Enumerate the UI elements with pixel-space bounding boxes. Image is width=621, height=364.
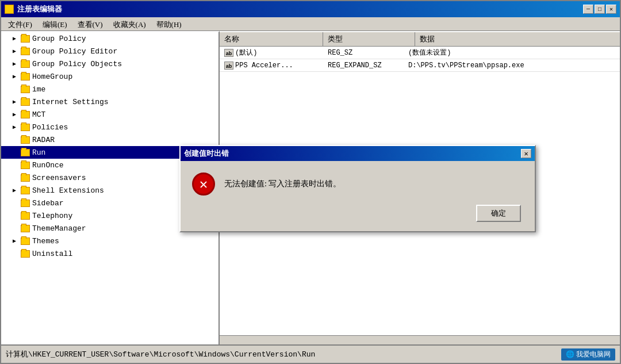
title-bar: 注册表编辑器 ─ □ ✕	[1, 1, 620, 17]
folder-icon	[21, 73, 30, 81]
tree-label: ThemeManager	[32, 224, 86, 233]
folder-icon	[21, 237, 30, 245]
tree-arrow: ▶	[13, 98, 21, 105]
folder-icon	[21, 86, 30, 93]
tree-item-themes[interactable]: ▶ Themes	[1, 235, 218, 247]
tree-label: MCT	[32, 110, 45, 119]
dialog-message: 无法创建值: 写入注册表时出错。	[224, 179, 341, 189]
main-window: 注册表编辑器 ─ □ ✕ 文件(F) 编辑(E) 查看(V) 收藏夹(A) 帮助…	[0, 0, 621, 364]
dialog-title: 创建值时出错	[184, 148, 229, 159]
folder-icon	[21, 111, 30, 118]
tree-item-policies[interactable]: ▶ Policies	[1, 121, 218, 133]
col-header-type: 类型	[323, 32, 415, 46]
error-dialog: 创建值时出错 ✕ ✕ 无法创建值: 写入注册表时出错。 确定	[179, 145, 536, 232]
dialog-buttons: 确定	[192, 205, 523, 222]
tree-label: RunOnce	[32, 161, 64, 170]
tree-item-internet-settings[interactable]: ▶ Internet Settings	[1, 95, 218, 108]
folder-icon	[21, 162, 30, 169]
menu-bar: 文件(F) 编辑(E) 查看(V) 收藏夹(A) 帮助(H)	[1, 17, 620, 31]
tree-label: Shell Extensions	[32, 186, 104, 195]
tree-label: Group Policy	[32, 35, 86, 43]
h-scrollbar[interactable]	[220, 335, 620, 344]
cell-data-default: (数值未设置)	[404, 47, 620, 59]
tree-arrow: ▶	[13, 187, 21, 194]
tree-arrow: ▶	[13, 48, 21, 55]
folder-icon	[21, 225, 30, 232]
tree-label: Internet Settings	[32, 98, 109, 106]
folder-icon	[21, 35, 30, 43]
tree-arrow: ▶	[13, 237, 21, 244]
error-icon: ✕	[192, 173, 215, 196]
table-header: 名称 类型 数据	[220, 32, 620, 47]
table-row[interactable]: ab (默认) REG_SZ (数值未设置)	[220, 47, 620, 59]
reg-value-icon: ab	[224, 49, 233, 57]
menu-help[interactable]: 帮助(H)	[152, 18, 186, 29]
tree-item-mct[interactable]: ▶ MCT	[1, 108, 218, 121]
dialog-message-row: ✕ 无法创建值: 写入注册表时出错。	[192, 173, 523, 196]
cell-type-default: REG_SZ	[323, 48, 404, 58]
cell-name-pps: ab PPS Acceler...	[220, 60, 323, 71]
tree-label: Telephony	[32, 212, 72, 220]
tree-label: Run	[32, 148, 45, 157]
folder-icon	[21, 60, 30, 68]
tree-label: Group Policy Editor	[32, 47, 117, 56]
table-row[interactable]: ab PPS Acceler... REG_EXPAND_SZ D:\PPS.t…	[220, 59, 620, 72]
window-title: 注册表编辑器	[17, 4, 62, 14]
tree-label: HomeGroup	[32, 72, 72, 81]
tree-label: Uninstall	[32, 250, 72, 258]
status-path: 计算机\HKEY_CURRENT_USER\Software\Microsoft…	[6, 349, 315, 359]
logo-text: 🌐	[566, 350, 574, 358]
title-bar-buttons: ─ □ ✕	[583, 5, 616, 14]
folder-icon	[21, 136, 30, 144]
tree-label: Policies	[32, 123, 68, 132]
tree-arrow: ▶	[13, 124, 21, 131]
tree-item-group-policy[interactable]: ▶ Group Policy	[1, 32, 218, 45]
folder-icon	[21, 124, 30, 131]
tree-item-uninstall[interactable]: Uninstall	[1, 247, 218, 260]
tree-arrow: ▶	[13, 35, 21, 42]
status-bar: 计算机\HKEY_CURRENT_USER\Software\Microsoft…	[1, 344, 620, 363]
menu-favorites[interactable]: 收藏夹(A)	[109, 18, 151, 29]
cell-name-default: ab (默认)	[220, 47, 323, 59]
status-logo: 🌐 我爱电脑网	[561, 348, 615, 361]
dialog-body: ✕ 无法创建值: 写入注册表时出错。 确定	[181, 161, 535, 231]
tree-label: Screensavers	[32, 174, 86, 182]
folder-icon	[21, 174, 30, 182]
tree-arrow: ▶	[13, 73, 21, 80]
tree-item-homegroup[interactable]: ▶ HomeGroup	[1, 70, 218, 83]
cell-type-pps: REG_EXPAND_SZ	[323, 60, 404, 71]
col-header-name: 名称	[220, 32, 323, 46]
menu-file[interactable]: 文件(F)	[3, 18, 37, 29]
folder-icon	[21, 187, 30, 194]
title-bar-left: 注册表编辑器	[5, 4, 62, 14]
col-header-data: 数据	[415, 32, 620, 46]
menu-edit[interactable]: 编辑(E)	[38, 18, 72, 29]
tree-label: ime	[32, 85, 45, 94]
dialog-close-button[interactable]: ✕	[521, 149, 531, 158]
folder-icon	[21, 98, 30, 106]
folder-icon	[21, 250, 30, 258]
tree-item-group-policy-objects[interactable]: ▶ Group Policy Objects	[1, 58, 218, 70]
tree-item-group-policy-editor[interactable]: ▶ Group Policy Editor	[1, 45, 218, 58]
dialog-title-bar: 创建值时出错 ✕	[181, 146, 535, 161]
dialog-ok-button[interactable]: 确定	[476, 205, 521, 222]
minimize-button[interactable]: ─	[583, 5, 593, 14]
tree-arrow: ▶	[13, 111, 21, 118]
tree-label: RADAR	[32, 136, 55, 144]
tree-item-radar[interactable]: RADAR	[1, 133, 218, 146]
cell-data-pps: D:\PPS.tv\PPStream\ppsap.exe	[404, 60, 620, 71]
close-button[interactable]: ✕	[606, 5, 616, 14]
folder-icon	[21, 48, 30, 55]
maximize-button[interactable]: □	[595, 5, 605, 14]
folder-icon	[21, 212, 30, 220]
folder-icon	[21, 149, 30, 156]
reg-value-icon: ab	[224, 62, 233, 70]
tree-arrow: ▶	[13, 60, 21, 67]
tree-label: Themes	[32, 237, 59, 246]
tree-label: Sidebar	[32, 199, 64, 208]
tree-item-ime[interactable]: ime	[1, 83, 218, 95]
folder-icon	[21, 200, 30, 207]
tree-label: Group Policy Objects	[32, 60, 122, 68]
app-icon	[5, 5, 14, 14]
menu-view[interactable]: 查看(V)	[73, 18, 108, 29]
